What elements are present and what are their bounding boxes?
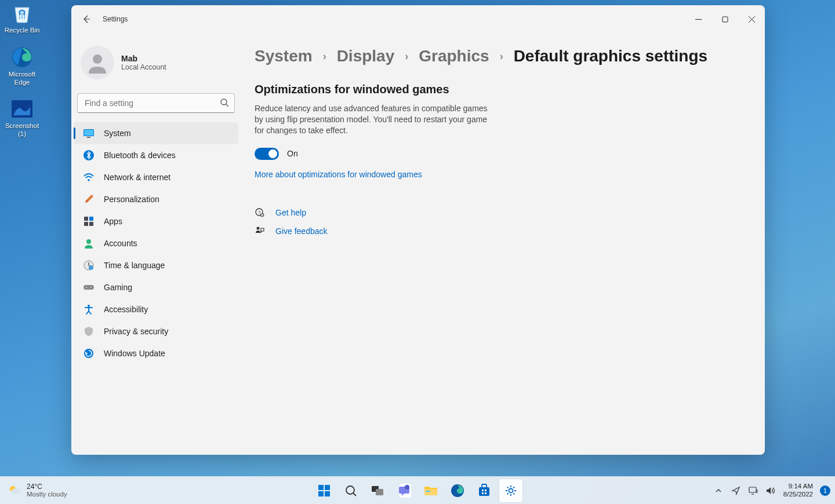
apps-icon — [83, 216, 95, 227]
nav-label: Network & internet — [104, 173, 170, 182]
desktop-icon-edge[interactable]: Microsoft Edge — [1, 45, 43, 87]
titlebar: Settings — [71, 5, 765, 33]
nav-windows-update[interactable]: Windows Update — [74, 342, 238, 364]
svg-point-45 — [509, 488, 513, 492]
svg-point-3 — [93, 54, 102, 64]
taskbar-settings[interactable] — [499, 479, 522, 502]
svg-rect-37 — [424, 490, 437, 495]
svg-rect-7 — [87, 137, 90, 138]
crumb-graphics[interactable]: Graphics — [419, 47, 489, 65]
desktop-icon-label: Recycle Bin — [5, 27, 40, 35]
crumb-display[interactable]: Display — [337, 47, 395, 65]
svg-point-20 — [88, 305, 90, 307]
notification-badge[interactable]: 1 — [820, 485, 830, 496]
tray-chevron-up-icon[interactable] — [710, 479, 727, 502]
nav-privacy[interactable]: Privacy & security — [74, 320, 238, 342]
svg-rect-28 — [318, 485, 324, 490]
taskbar-chat[interactable] — [393, 479, 416, 502]
desktop-icon-label: Screenshot (1) — [1, 122, 43, 138]
taskbar-search[interactable] — [339, 479, 362, 502]
nav-accessibility[interactable]: Accessibility — [74, 298, 238, 320]
chevron-right-icon: › — [323, 50, 326, 63]
taskbar-weather[interactable]: 24°C Mostly cloudy — [8, 483, 67, 498]
account-sub: Local Account — [121, 63, 166, 71]
get-help-row: ? Get help — [255, 207, 742, 218]
nav-label: Accessibility — [104, 305, 148, 314]
taskbar-center — [313, 479, 522, 502]
weather-icon — [8, 483, 22, 497]
toggle-row: On — [255, 148, 742, 160]
breadcrumb: System › Display › Graphics › Default gr… — [255, 47, 742, 65]
nav-network[interactable]: Network & internet — [74, 166, 238, 188]
crumb-current: Default graphics settings — [514, 47, 708, 65]
svg-rect-46 — [749, 487, 756, 492]
tray-network-icon[interactable] — [745, 479, 761, 502]
nav-label: Accounts — [104, 239, 137, 248]
sidebar: Mab Local Account System Bluetooth & dev… — [71, 33, 245, 455]
clock-globe-icon — [83, 260, 95, 271]
svg-rect-31 — [325, 491, 330, 496]
desktop-icon-screenshot[interactable]: Screenshot (1) — [1, 97, 43, 138]
tray-volume-icon[interactable] — [763, 479, 779, 502]
feedback-icon — [255, 226, 265, 236]
crumb-system[interactable]: System — [255, 47, 313, 65]
svg-rect-41 — [482, 490, 484, 491]
nav-label: Time & language — [104, 261, 165, 270]
nav-time-language[interactable]: Time & language — [74, 254, 238, 276]
svg-rect-12 — [84, 222, 88, 226]
toggle-state-label: On — [287, 149, 298, 158]
nav: System Bluetooth & devices Network & int… — [71, 122, 241, 364]
svg-point-4 — [221, 99, 227, 105]
maximize-button[interactable] — [711, 10, 738, 28]
nav-personalization[interactable]: Personalization — [74, 188, 238, 210]
svg-rect-38 — [426, 491, 430, 492]
tray-location-icon[interactable] — [728, 479, 744, 502]
get-help-link[interactable]: Get help — [275, 208, 306, 217]
shield-icon — [83, 326, 95, 337]
optimizations-toggle[interactable] — [255, 148, 279, 160]
settings-window: Settings Mab Local Account — [71, 5, 765, 455]
svg-rect-10 — [84, 217, 88, 221]
svg-rect-42 — [485, 490, 487, 491]
nav-system[interactable]: System — [74, 122, 238, 144]
svg-point-18 — [86, 287, 87, 288]
nav-apps[interactable]: Apps — [74, 210, 238, 232]
taskbar-taskview[interactable] — [366, 479, 389, 502]
back-button[interactable] — [77, 10, 96, 28]
close-button[interactable] — [738, 10, 765, 28]
taskbar-clock[interactable]: 9:14 AM 8/25/2022 — [780, 483, 816, 498]
taskbar-explorer[interactable] — [419, 479, 442, 502]
desktop-icon-recycle-bin[interactable]: Recycle Bin — [1, 1, 43, 35]
start-button[interactable] — [313, 479, 336, 502]
give-feedback-link[interactable]: Give feedback — [275, 227, 328, 236]
more-info-link[interactable]: More about optimizations for windowed ga… — [255, 170, 422, 179]
nav-accounts[interactable]: Accounts — [74, 232, 238, 254]
taskbar-store[interactable] — [473, 479, 496, 502]
svg-rect-29 — [325, 485, 330, 490]
system-tray: 9:14 AM 8/25/2022 1 — [710, 479, 830, 502]
minimize-button[interactable] — [685, 10, 711, 28]
nav-label: System — [104, 129, 131, 138]
svg-point-19 — [90, 287, 92, 288]
nav-label: Windows Update — [104, 349, 165, 358]
svg-rect-44 — [485, 492, 487, 494]
search-wrap — [77, 93, 235, 113]
edge-icon — [10, 45, 34, 70]
nav-label: Bluetooth & devices — [104, 151, 176, 160]
recycle-bin-icon — [10, 1, 34, 25]
svg-rect-34 — [376, 489, 383, 495]
svg-rect-30 — [318, 491, 324, 496]
chevron-right-icon: › — [405, 50, 408, 63]
svg-rect-2 — [723, 17, 728, 22]
update-icon — [83, 348, 95, 359]
svg-point-16 — [89, 265, 93, 270]
gamepad-icon — [83, 282, 95, 293]
account-block[interactable]: Mab Local Account — [71, 33, 241, 90]
bluetooth-icon — [83, 149, 95, 161]
app-title: Settings — [103, 15, 128, 23]
search-input[interactable] — [77, 93, 235, 113]
nav-bluetooth[interactable]: Bluetooth & devices — [74, 144, 238, 166]
nav-gaming[interactable]: Gaming — [74, 276, 238, 298]
weather-temp: 24°C — [27, 483, 67, 491]
taskbar-edge[interactable] — [446, 479, 469, 502]
